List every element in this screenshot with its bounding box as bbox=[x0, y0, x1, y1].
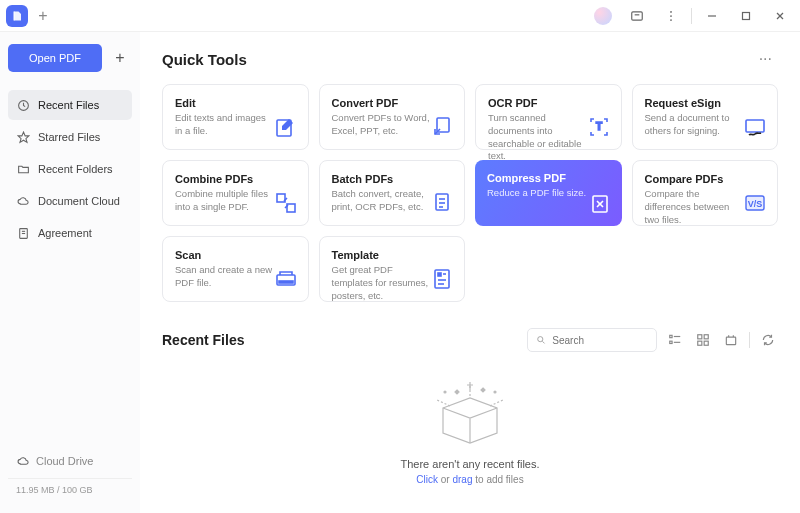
svg-rect-18 bbox=[287, 204, 295, 212]
tool-compress[interactable]: Compress PDF Reduce a PDF file size. bbox=[475, 160, 622, 226]
batch-icon bbox=[430, 191, 454, 215]
sidebar-item-recent-files[interactable]: Recent Files bbox=[8, 90, 132, 120]
recent-controls bbox=[527, 328, 778, 352]
sidebar-item-label: Document Cloud bbox=[38, 195, 120, 207]
template-icon bbox=[430, 267, 454, 291]
svg-rect-16 bbox=[746, 120, 764, 132]
quick-tools-title: Quick Tools bbox=[162, 51, 247, 68]
view-list-icon[interactable] bbox=[665, 330, 685, 350]
document-icon bbox=[16, 226, 30, 240]
kebab-menu-icon[interactable] bbox=[657, 4, 685, 28]
combine-icon bbox=[274, 191, 298, 215]
tool-desc: Combine multiple files into a single PDF… bbox=[175, 188, 275, 214]
tool-ocr[interactable]: OCR PDF Turn scanned documents into sear… bbox=[475, 84, 622, 150]
tool-desc: Scan and create a new PDF file. bbox=[175, 264, 275, 290]
svg-rect-40 bbox=[704, 335, 708, 339]
sidebar: Open PDF + Recent Files Starred Files Re… bbox=[0, 32, 140, 513]
cloud-drive-button[interactable]: Cloud Drive bbox=[8, 450, 132, 472]
sidebar-item-label: Recent Folders bbox=[38, 163, 113, 175]
tool-title: Template bbox=[332, 249, 453, 261]
sidebar-item-recent-folders[interactable]: Recent Folders bbox=[8, 154, 132, 184]
tool-batch[interactable]: Batch PDFs Batch convert, create, print,… bbox=[319, 160, 466, 226]
divider bbox=[691, 8, 692, 24]
clock-icon bbox=[16, 98, 30, 112]
ocr-icon: T bbox=[587, 115, 611, 139]
svg-rect-28 bbox=[435, 270, 449, 288]
recent-files-title: Recent Files bbox=[162, 332, 244, 348]
svg-rect-43 bbox=[726, 337, 735, 345]
tool-compare[interactable]: Compare PDFs Compare the differences bet… bbox=[632, 160, 779, 226]
sidebar-item-agreement[interactable]: Agreement bbox=[8, 218, 132, 248]
sidebar-item-document-cloud[interactable]: Document Cloud bbox=[8, 186, 132, 216]
scan-icon bbox=[274, 267, 298, 291]
sort-icon[interactable] bbox=[721, 330, 741, 350]
svg-rect-0 bbox=[632, 11, 643, 19]
tool-desc: Convert PDFs to Word, Excel, PPT, etc. bbox=[332, 112, 432, 138]
convert-icon bbox=[430, 115, 454, 139]
tool-esign[interactable]: Request eSign Send a document to others … bbox=[632, 84, 779, 150]
svg-point-2 bbox=[670, 15, 672, 17]
app-logo[interactable] bbox=[6, 5, 28, 27]
sidebar-item-starred-files[interactable]: Starred Files bbox=[8, 122, 132, 152]
svg-point-33 bbox=[538, 337, 543, 342]
cloud-icon bbox=[16, 194, 30, 208]
tool-grid: Edit Edit texts and images in a file. Co… bbox=[162, 84, 778, 302]
empty-subtext: Click or drag to add files bbox=[416, 474, 523, 485]
titlebar: + bbox=[0, 0, 800, 32]
new-tab-button[interactable]: + bbox=[32, 5, 54, 27]
search-icon bbox=[536, 334, 546, 346]
quick-tools-header: Quick Tools ··· bbox=[162, 48, 778, 70]
svg-text:T: T bbox=[595, 121, 601, 132]
empty-box-icon bbox=[425, 378, 515, 448]
tool-title: Batch PDFs bbox=[332, 173, 453, 185]
open-pdf-button[interactable]: Open PDF bbox=[8, 44, 102, 72]
minimize-button[interactable] bbox=[698, 4, 726, 28]
empty-suffix: to add files bbox=[472, 474, 523, 485]
empty-click-link[interactable]: Click bbox=[416, 474, 438, 485]
storage-text: 11.95 MB / 100 GB bbox=[8, 478, 132, 501]
edit-icon bbox=[274, 115, 298, 139]
tool-title: Scan bbox=[175, 249, 296, 261]
tool-scan[interactable]: Scan Scan and create a new PDF file. bbox=[162, 236, 309, 302]
search-box[interactable] bbox=[527, 328, 657, 352]
tool-title: Convert PDF bbox=[332, 97, 453, 109]
esign-icon bbox=[743, 115, 767, 139]
svg-point-1 bbox=[670, 11, 672, 13]
tool-combine[interactable]: Combine PDFs Combine multiple files into… bbox=[162, 160, 309, 226]
search-input[interactable] bbox=[552, 335, 648, 346]
close-button[interactable] bbox=[766, 4, 794, 28]
svg-point-45 bbox=[494, 391, 496, 393]
tool-desc: Compare the differences between two file… bbox=[645, 188, 745, 226]
refresh-icon[interactable] bbox=[758, 330, 778, 350]
empty-state: There aren't any recent files. Click or … bbox=[162, 370, 778, 485]
empty-drag-link[interactable]: drag bbox=[452, 474, 472, 485]
notification-icon[interactable] bbox=[623, 4, 651, 28]
sidebar-item-label: Starred Files bbox=[38, 131, 100, 143]
svg-rect-27 bbox=[279, 281, 293, 283]
cloud-drive-label: Cloud Drive bbox=[36, 455, 93, 467]
svg-marker-9 bbox=[18, 132, 29, 142]
tool-template[interactable]: Template Get great PDF templates for res… bbox=[319, 236, 466, 302]
tool-desc: Reduce a PDF file size. bbox=[487, 187, 587, 200]
tool-desc: Turn scanned documents into searchable o… bbox=[488, 112, 588, 163]
compress-icon bbox=[588, 192, 612, 216]
maximize-button[interactable] bbox=[732, 4, 760, 28]
svg-rect-36 bbox=[670, 341, 672, 343]
quick-tools-more-icon[interactable]: ··· bbox=[753, 48, 778, 70]
tool-edit[interactable]: Edit Edit texts and images in a file. bbox=[162, 84, 309, 150]
divider bbox=[749, 332, 750, 348]
empty-text: There aren't any recent files. bbox=[400, 458, 539, 470]
view-grid-icon[interactable] bbox=[693, 330, 713, 350]
svg-rect-35 bbox=[670, 335, 672, 337]
tool-desc: Send a document to others for signing. bbox=[645, 112, 745, 138]
cloud-icon bbox=[16, 454, 30, 468]
svg-rect-42 bbox=[704, 341, 708, 345]
titlebar-right bbox=[589, 4, 794, 28]
tool-convert[interactable]: Convert PDF Convert PDFs to Word, Excel,… bbox=[319, 84, 466, 150]
add-button[interactable]: + bbox=[108, 46, 132, 70]
profile-avatar[interactable] bbox=[589, 4, 617, 28]
svg-line-34 bbox=[542, 341, 544, 343]
tool-title: Combine PDFs bbox=[175, 173, 296, 185]
tool-desc: Edit texts and images in a file. bbox=[175, 112, 275, 138]
svg-rect-5 bbox=[743, 12, 750, 19]
